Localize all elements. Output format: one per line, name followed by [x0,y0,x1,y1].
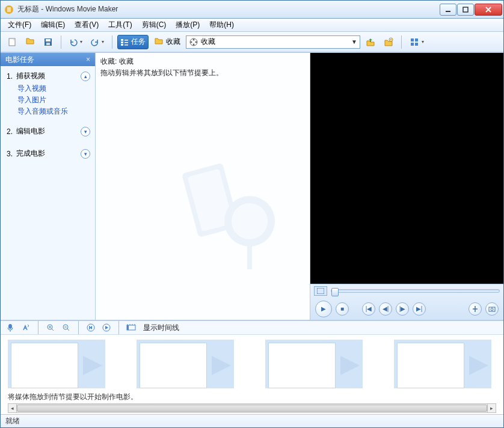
app-icon [4,5,14,14]
fullscreen-button[interactable] [314,286,327,296]
task-label: 完成电影 [16,148,45,159]
task-title-edit[interactable]: 2. 编辑电影 ▾ [7,126,90,136]
timeline-toolbar: 显示时间线 [1,320,503,335]
minimize-button[interactable] [440,4,456,16]
timeline-toggle-label[interactable]: 显示时间线 [143,323,179,333]
svg-rect-3 [463,7,468,12]
redo-button[interactable]: ▾ [88,35,107,49]
open-button[interactable] [22,35,38,49]
separator [78,321,79,334]
close-button[interactable] [475,4,502,16]
link-import-picture[interactable]: 导入图片 [17,95,90,105]
task-links-capture: 导入视频 导入图片 导入音频或音乐 [7,84,90,117]
task-section-finish: 3. 完成电影 ▾ [1,144,95,166]
timeline-icon [126,323,136,332]
link-import-video[interactable]: 导入视频 [17,84,90,94]
rewind-timeline-button[interactable] [85,322,97,334]
scroll-right-button[interactable]: ▸ [487,404,496,412]
taskpane-close-icon[interactable]: × [86,55,90,64]
zoom-out-button[interactable] [60,322,72,334]
tasks-toggle-button[interactable]: 任务 [117,35,149,49]
task-title-finish[interactable]: 3. 完成电影 ▾ [7,148,90,159]
svg-point-17 [193,43,195,45]
link-import-audio[interactable]: 导入音频或音乐 [17,106,90,117]
horizontal-scrollbar[interactable]: ◂ ▸ [8,403,496,413]
transition-slot[interactable] [212,356,231,375]
new-folder-button[interactable] [381,35,396,49]
scroll-left-button[interactable]: ◂ [8,404,17,412]
svg-point-28 [232,203,268,239]
separator [118,321,119,334]
step-back-button[interactable]: ◀| [379,302,392,316]
location-value: 收藏 [201,37,215,47]
menu-view[interactable]: 查看(V) [70,19,103,31]
clip-slot[interactable] [394,340,491,388]
menu-help[interactable]: 帮助(H) [204,19,239,31]
task-label: 捕获视频 [16,71,45,81]
task-number: 1. [7,72,13,81]
location-dropdown[interactable]: 收藏 ▼ [186,35,360,49]
app-window: 无标题 - Windows Movie Maker 文件(F) 编辑(E) 查看… [0,0,504,428]
transition-slot[interactable] [83,356,102,375]
svg-rect-12 [124,42,128,43]
prev-button[interactable]: |◀ [362,302,375,316]
play-timeline-button[interactable] [100,322,112,334]
maximize-button[interactable] [457,4,474,16]
zoom-in-button[interactable] [45,322,57,334]
seek-slider[interactable] [331,289,500,293]
statusbar: 就绪 [1,414,503,427]
svg-rect-10 [121,44,123,46]
task-title-capture[interactable]: 1. 捕获视频 ▴ [7,71,90,81]
menu-clip[interactable]: 剪辑(C) [137,19,171,31]
menu-file[interactable]: 文件(F) [3,19,36,31]
task-pane: 电影任务 × 1. 捕获视频 ▴ 导入视频 导入图片 导入音频或音乐 2. [1,53,96,320]
collection-breadcrumb: 收藏: 收藏 [100,57,305,67]
preview-controls: ▶ ■ |◀ ◀| |▶ ▶| [310,284,503,320]
menu-edit[interactable]: 编辑(E) [36,19,70,31]
preview-video[interactable] [310,53,503,284]
task-number: 3. [7,150,13,158]
new-button[interactable] [4,35,20,49]
timeline-toggle-button[interactable] [125,322,137,334]
svg-rect-23 [415,43,418,46]
clip-slot[interactable] [265,340,363,388]
background-decoration-icon [177,155,286,275]
clip-slot[interactable] [8,340,105,388]
up-folder-button[interactable] [363,35,378,49]
play-button[interactable]: ▶ [315,301,332,317]
storyboard-hint: 将媒体拖放到情节提要以开始制作电影。 [8,392,496,402]
separator [38,321,38,334]
svg-rect-29 [317,288,324,294]
views-button[interactable]: ▾ [407,35,427,49]
titlebar: 无标题 - Windows Movie Maker [1,1,503,19]
toolbar: ▾ ▾ 任务 收藏 收藏 ▼ ▾ [1,32,503,52]
stop-button[interactable]: ■ [336,302,349,316]
storyboard: 将媒体拖放到情节提要以开始制作电影。 ◂ ▸ [1,335,503,414]
storyboard-row[interactable] [8,340,496,388]
next-button[interactable]: ▶| [413,302,426,316]
snapshot-button[interactable] [485,302,499,316]
audio-levels-button[interactable] [20,322,32,334]
svg-rect-7 [46,43,50,45]
clip-slot[interactable] [137,340,234,388]
split-button[interactable] [469,302,482,316]
step-fwd-button[interactable]: |▶ [396,302,409,316]
separator [112,35,112,49]
chevron-down-icon[interactable]: ▾ [81,149,90,159]
content-area: 收藏: 收藏 拖动剪辑并将其放到以下情节提要上。 [96,53,503,320]
chevron-down-icon[interactable]: ▾ [81,127,90,136]
undo-button[interactable]: ▾ [66,35,85,49]
taskpane-title: 电影任务 [5,55,34,65]
svg-point-15 [193,38,195,40]
transition-slot[interactable] [469,356,488,375]
save-button[interactable] [40,35,56,49]
svg-point-16 [195,41,197,43]
narrate-button[interactable] [4,322,16,334]
menu-tools[interactable]: 工具(T) [103,19,137,31]
svg-rect-11 [124,40,128,41]
transition-slot[interactable] [340,356,360,375]
collections-toggle-button[interactable]: 收藏 [151,35,183,49]
menu-play[interactable]: 播放(P) [171,19,204,31]
scroll-thumb[interactable] [17,405,487,412]
chevron-up-icon[interactable]: ▴ [81,72,90,81]
